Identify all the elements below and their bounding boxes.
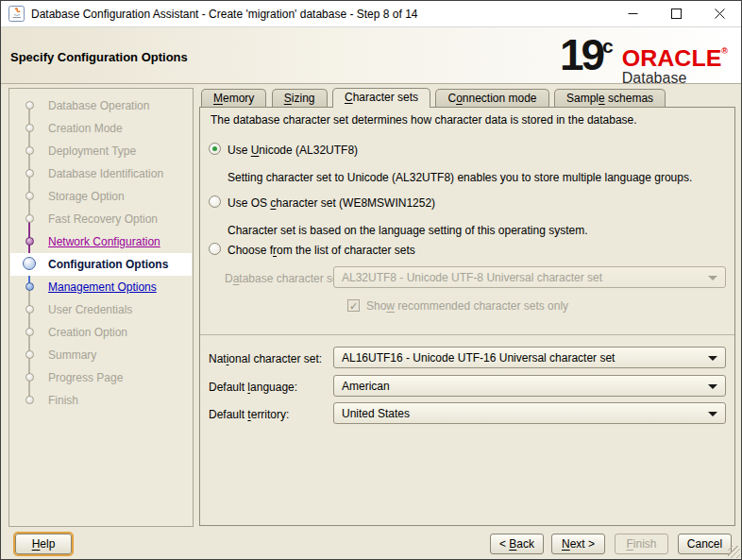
default-territory-dropdown[interactable]: United States bbox=[333, 402, 726, 424]
charset-intro-text: The database character set determines ho… bbox=[211, 113, 637, 127]
step-dot bbox=[25, 305, 34, 314]
step-deployment-type: Deployment Type bbox=[10, 140, 192, 162]
step-summary: Summary bbox=[10, 344, 192, 366]
choose-charset-label[interactable]: Choose from the list of character sets bbox=[228, 244, 415, 257]
checkmark-icon: ✓ bbox=[349, 300, 358, 312]
step-fast-recovery-option: Fast Recovery Option bbox=[10, 208, 192, 230]
step-finish: Finish bbox=[10, 389, 192, 412]
step-dot bbox=[25, 328, 34, 336]
show-recommended-label: Show recommended character sets only bbox=[366, 299, 568, 313]
default-language-dropdown[interactable]: American bbox=[333, 375, 726, 397]
step-progress-page: Progress Page bbox=[10, 366, 192, 389]
dropdown-arrow-icon bbox=[708, 276, 717, 280]
default-territory-label: Default territory: bbox=[209, 408, 289, 421]
logo-version: 19c bbox=[560, 34, 614, 76]
page-title: Specify Configuration Options bbox=[10, 50, 188, 64]
dropdown-arrow-icon bbox=[708, 356, 717, 361]
logo-product: Database bbox=[622, 70, 728, 87]
step-database-operation: Database Operation bbox=[10, 94, 192, 117]
step-dot bbox=[25, 124, 34, 132]
step-dot bbox=[25, 169, 34, 178]
os-charset-note: Character set is based on the language s… bbox=[228, 224, 588, 237]
choose-charset-radio[interactable] bbox=[209, 243, 221, 255]
section-separator bbox=[200, 334, 734, 335]
step-dot bbox=[25, 192, 34, 200]
resize-grip[interactable] bbox=[728, 546, 740, 558]
default-language-label: Default language: bbox=[209, 381, 297, 394]
dbca-window: Database Configuration Assistant - Creat… bbox=[0, 0, 742, 560]
title-bar: Database Configuration Assistant - Creat… bbox=[1, 1, 741, 27]
button-bar: Help < Back Next > Finish Cancel bbox=[1, 525, 741, 559]
maximize-icon bbox=[671, 8, 682, 19]
database-charset-dropdown: AL32UTF8 - Unicode UTF-8 Universal chara… bbox=[333, 266, 726, 288]
java-icon bbox=[8, 6, 25, 22]
step-creation-option: Creation Option bbox=[10, 321, 192, 344]
help-button[interactable]: Help bbox=[15, 534, 72, 554]
configuration-options-panel: Memory Sizing Character sets Connection … bbox=[199, 88, 735, 527]
step-dot bbox=[25, 396, 34, 404]
oracle-wordmark: ORACLE® bbox=[622, 41, 728, 68]
step-dot-current bbox=[23, 257, 36, 270]
minimize-icon bbox=[628, 8, 638, 19]
finish-button: Finish bbox=[615, 534, 668, 554]
unicode-note: Setting character set to Unicode (AL32UT… bbox=[228, 171, 692, 184]
national-charset-label: National character set: bbox=[209, 352, 322, 365]
step-dot bbox=[25, 101, 34, 110]
maximize-button[interactable] bbox=[654, 1, 698, 26]
step-network-configuration[interactable]: Network Configuration bbox=[10, 230, 192, 253]
step-dot bbox=[25, 282, 34, 291]
step-user-credentials: User Credentials bbox=[10, 298, 192, 321]
close-icon bbox=[715, 8, 725, 19]
use-unicode-radio[interactable] bbox=[209, 143, 221, 155]
step-storage-option: Storage Option bbox=[10, 185, 192, 208]
step-dot bbox=[25, 214, 34, 223]
dropdown-arrow-icon bbox=[708, 412, 717, 416]
use-os-charset-radio[interactable] bbox=[209, 195, 221, 208]
close-button[interactable] bbox=[698, 1, 741, 26]
step-dot bbox=[25, 237, 34, 246]
step-dot bbox=[25, 350, 34, 359]
wizard-header: Specify Configuration Options 19c ORACLE… bbox=[1, 27, 741, 84]
national-charset-dropdown[interactable]: AL16UTF16 - Unicode UTF-16 Universal cha… bbox=[333, 347, 726, 368]
next-button[interactable]: Next > bbox=[551, 534, 605, 554]
cancel-button[interactable]: Cancel bbox=[678, 534, 732, 554]
step-creation-mode: Creation Mode bbox=[10, 117, 192, 140]
dropdown-arrow-icon bbox=[708, 384, 717, 389]
oracle-19c-logo: 19c ORACLE® Database bbox=[560, 34, 728, 87]
wizard-steps-sidebar: Database Operation Creation Mode Deploym… bbox=[8, 88, 194, 527]
step-dot bbox=[25, 146, 34, 155]
tab-character-sets[interactable]: Character sets bbox=[332, 88, 430, 108]
back-button[interactable]: < Back bbox=[490, 534, 544, 554]
minimize-button[interactable] bbox=[611, 1, 654, 26]
step-management-options[interactable]: Management Options bbox=[10, 276, 192, 298]
step-database-identification: Database Identification bbox=[10, 162, 192, 185]
show-recommended-checkbox: ✓ bbox=[347, 299, 360, 312]
use-os-charset-label[interactable]: Use OS character set (WE8MSWIN1252) bbox=[228, 196, 435, 210]
step-dot bbox=[25, 373, 34, 382]
database-charset-label: Database character set: bbox=[225, 272, 345, 285]
step-configuration-options: Configuration Options bbox=[10, 253, 192, 276]
use-unicode-label[interactable]: Use Unicode (AL32UTF8) bbox=[228, 144, 358, 157]
window-title: Database Configuration Assistant - Creat… bbox=[31, 8, 417, 21]
